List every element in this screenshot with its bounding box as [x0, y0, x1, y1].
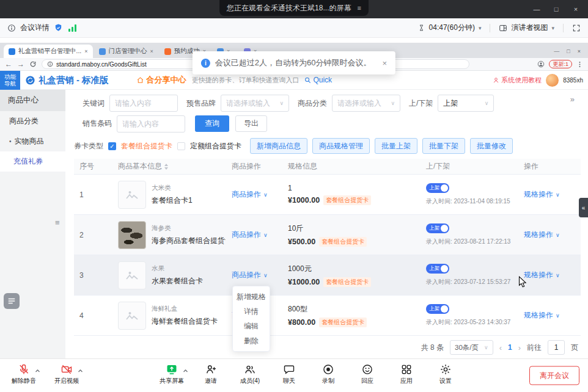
- browser-maximize-button[interactable]: □: [567, 48, 570, 54]
- page-size-select[interactable]: 30条/页 ∨: [450, 340, 493, 355]
- browser-update-badge[interactable]: 更新:1: [549, 60, 572, 68]
- video-options-chevron-icon[interactable]: [78, 366, 83, 375]
- add-product-button[interactable]: 新增商品信息: [250, 138, 307, 154]
- product-op-cell: 商品操作∨: [226, 189, 282, 200]
- brand-select[interactable]: 请选择或输入 ∨: [221, 95, 289, 112]
- checkbox-combo-card-label[interactable]: 套餐组合提货卡: [121, 141, 172, 151]
- chat-button[interactable]: 聊天: [273, 363, 306, 385]
- shelf-toggle[interactable]: 上架: [426, 183, 449, 193]
- refresh-icon[interactable]: [29, 60, 37, 68]
- browser-tab[interactable]: 门店管理中心 ×: [94, 45, 158, 58]
- sidebar-section-goods-center[interactable]: 商品中心: [0, 90, 65, 111]
- function-nav-button[interactable]: 功能 导航: [0, 71, 20, 90]
- close-button[interactable]: ×: [566, 0, 586, 18]
- tab-close-icon[interactable]: ×: [150, 48, 153, 54]
- sidebar-item-goods-category[interactable]: 商品分类: [0, 111, 65, 131]
- spec-op-dropdown[interactable]: 规格操作∨: [524, 310, 560, 321]
- watching-banner: 您正在观看金禾通技术王斌18...的屏幕 ≡: [219, 0, 369, 16]
- batch-on-shelf-button[interactable]: 批量上架: [375, 138, 417, 154]
- barcode-input[interactable]: [117, 115, 185, 132]
- menu-item-delete[interactable]: 删除: [233, 333, 270, 348]
- minimize-button[interactable]: —: [527, 0, 546, 18]
- leave-meeting-button[interactable]: 离开会议: [529, 366, 579, 385]
- header-product-info[interactable]: 商品基本信息: [113, 161, 226, 172]
- keyword-input[interactable]: [109, 95, 178, 112]
- members-button[interactable]: 成员(4): [233, 363, 266, 385]
- share-center-link[interactable]: 合分享中心: [136, 74, 186, 85]
- mic-options-chevron-icon[interactable]: [35, 366, 40, 375]
- product-op-dropdown[interactable]: 商品操作∨: [232, 230, 268, 240]
- shelf-toggle[interactable]: 上架: [426, 304, 449, 314]
- spec-op-dropdown[interactable]: 规格操作∨: [524, 270, 560, 280]
- toast-close-icon[interactable]: ×: [383, 59, 388, 68]
- security-shield-icon[interactable]: [54, 23, 63, 32]
- product-op-dropdown-open[interactable]: 商品操作∨: [232, 270, 268, 280]
- batch-off-shelf-button[interactable]: 批量下架: [422, 138, 465, 154]
- menu-item-add-spec[interactable]: 新增规格: [233, 289, 270, 304]
- unmute-button[interactable]: 解除静音: [7, 363, 40, 385]
- tab-close-icon[interactable]: ×: [84, 48, 87, 54]
- sort-icon[interactable]: [164, 164, 168, 170]
- sidebar-item-physical-goods[interactable]: • 实物商品: [0, 131, 65, 151]
- sidebar-collapse-handle[interactable]: ≡: [55, 218, 60, 227]
- share-options-chevron-icon[interactable]: [183, 366, 188, 375]
- search-button[interactable]: 查询: [195, 115, 229, 132]
- prev-page-button[interactable]: ‹: [499, 343, 502, 352]
- meeting-list-float-button[interactable]: [4, 293, 20, 309]
- menu-item-details[interactable]: 详情: [233, 304, 270, 319]
- share-screen-button[interactable]: 共享屏幕: [155, 363, 188, 385]
- checkbox-combo-card[interactable]: ✓: [108, 142, 116, 150]
- spec-op-dropdown[interactable]: 规格操作∨: [524, 189, 560, 200]
- profile-icon[interactable]: [537, 60, 545, 68]
- reactions-button[interactable]: 回应: [351, 363, 384, 385]
- invite-button[interactable]: 邀请: [194, 363, 227, 385]
- shelf-toggle[interactable]: 上架: [426, 264, 449, 274]
- view-caret-icon[interactable]: ▾: [551, 25, 554, 31]
- collapse-side-panel-button[interactable]: «: [579, 198, 588, 217]
- fullscreen-icon[interactable]: [572, 24, 581, 32]
- tutorial-link[interactable]: 系统使用教程: [493, 76, 542, 85]
- next-page-button[interactable]: ›: [518, 343, 521, 352]
- forward-icon[interactable]: →: [17, 60, 24, 68]
- settings-button[interactable]: 设置: [429, 363, 462, 385]
- export-button[interactable]: 导出: [235, 115, 267, 132]
- site-info-icon[interactable]: [47, 61, 53, 67]
- product-image-placeholder: [118, 261, 146, 289]
- browser-close-button[interactable]: ×: [578, 48, 581, 54]
- shelf-select[interactable]: 上架 ∨: [438, 95, 494, 112]
- meeting-bottombar: 解除静音 开启视频 共享屏幕 邀请 成员(4): [0, 358, 588, 392]
- maximize-button[interactable]: □: [546, 0, 566, 18]
- browser-menu-icon[interactable]: [576, 61, 583, 68]
- reactions-label: 回应: [361, 377, 373, 385]
- sidebar-item-recharge-coupon[interactable]: 充值礼券: [0, 151, 65, 172]
- banner-menu-icon[interactable]: ≡: [357, 4, 361, 12]
- spec-op-label: 规格操作: [524, 189, 553, 200]
- start-video-button[interactable]: 开启视频: [50, 363, 83, 385]
- view-mode-selector[interactable]: 演讲者视图: [511, 23, 548, 33]
- watching-text: 您正在观看金禾通技术王斌18...的屏幕: [227, 3, 351, 13]
- checkbox-fixed-card-label[interactable]: 定额组合提货卡: [190, 141, 241, 151]
- goto-page-input[interactable]: [548, 340, 565, 355]
- record-button[interactable]: 录制: [312, 363, 345, 385]
- meeting-detail-link[interactable]: 会议详情: [20, 23, 50, 33]
- browser-minimize-button[interactable]: —: [554, 48, 559, 54]
- shelf-toggle[interactable]: 上架: [426, 223, 449, 233]
- menu-item-edit[interactable]: 编辑: [233, 319, 270, 333]
- browser-tab-active[interactable]: 礼盒营销平台管理中... ×: [4, 45, 93, 58]
- category-select[interactable]: 请选择或输入 ∨: [332, 95, 400, 112]
- back-icon[interactable]: ←: [5, 60, 12, 68]
- page-number-current[interactable]: 1: [508, 343, 512, 352]
- checkbox-fixed-card[interactable]: [177, 142, 185, 150]
- goto-label: 前往: [527, 343, 542, 353]
- product-op-dropdown[interactable]: 商品操作∨: [232, 189, 268, 200]
- chevron-down-icon: ∨: [485, 100, 489, 106]
- timer-caret-icon[interactable]: ▾: [479, 25, 482, 31]
- user-avatar[interactable]: [546, 74, 559, 87]
- apps-button[interactable]: 应用: [390, 363, 423, 385]
- quick-search-link[interactable]: Quick: [304, 76, 332, 84]
- collapse-panel-icon[interactable]: »: [570, 95, 575, 104]
- batch-edit-button[interactable]: 批量修改: [470, 138, 513, 154]
- spec-op-dropdown[interactable]: 规格操作∨: [524, 230, 560, 240]
- shelf-filter: 上/下架 上架 ∨: [409, 95, 494, 112]
- spec-manage-button[interactable]: 商品规格管理: [312, 138, 370, 154]
